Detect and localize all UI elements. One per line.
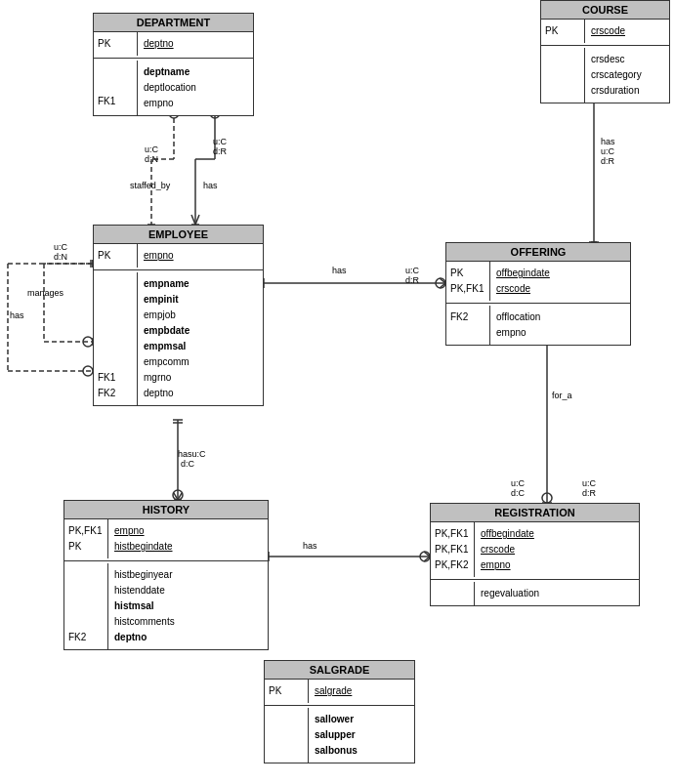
offering-offlocation: offlocation — [496, 309, 540, 325]
staffed-by-label: staffed_by — [130, 181, 170, 190]
department-title: DEPARTMENT — [94, 14, 253, 32]
svg-point-26 — [436, 278, 445, 288]
salgrade-sallower: sallower — [315, 712, 358, 727]
course-empty-keys — [541, 48, 585, 103]
history-pkfk1-key: PK,FK1 — [68, 523, 104, 539]
history-entity: HISTORY PK,FK1 PK empno histbegindate FK… — [63, 500, 269, 650]
dept-other-attrs: deptname deptlocation empno — [138, 61, 202, 115]
manages-label: manages — [27, 288, 63, 298]
reg-crscode: crscode — [481, 542, 534, 557]
offering-pk-attrs: offbegindate crscode — [490, 262, 556, 301]
hasd-label: d:C — [181, 459, 194, 469]
history-e3 — [68, 598, 104, 614]
salgrade-title: SALGRADE — [265, 661, 414, 680]
emp-empinit: empinit — [144, 292, 190, 308]
history-other-attrs: histbeginyear histenddate histmsal histc… — [108, 563, 181, 649]
has-course-label: has — [601, 137, 615, 146]
svg-point-41 — [173, 490, 183, 500]
emp-empbdate: empbdate — [144, 323, 190, 339]
svg-point-47 — [420, 552, 430, 561]
reg-pk-attrs: offbegindate crscode empno — [475, 522, 540, 577]
emp-fk-keys: FK1 FK2 — [94, 272, 138, 405]
course-keys: PK — [541, 20, 585, 43]
course-crsdesc: crsdesc — [591, 52, 642, 67]
course-entity: COURSE PK crscode crsdesc crscategory cr… — [540, 0, 670, 103]
dept-empty2 — [98, 79, 133, 94]
course-crsduration: crsduration — [591, 83, 642, 99]
offering-empno: empno — [496, 325, 540, 341]
course-crscategory: crscategory — [591, 67, 642, 83]
svg-point-17 — [83, 337, 93, 347]
emp-e3 — [98, 308, 133, 323]
emp-e2 — [98, 292, 133, 308]
department-entity: DEPARTMENT PK deptno FK1 deptname deptlo… — [93, 13, 254, 116]
reg-other-attrs: regevaluation — [475, 582, 545, 605]
offering-pkfk1-key: PK,FK1 — [450, 281, 485, 297]
offering-crscode: crscode — [496, 281, 550, 297]
dept-empty1 — [98, 64, 133, 79]
emp-e4 — [98, 323, 133, 339]
svg-point-36 — [542, 493, 552, 503]
emp-e6 — [98, 354, 133, 370]
dept-deptname: deptname — [144, 64, 196, 80]
emp-fk2-key: FK2 — [98, 386, 133, 401]
uc-left-label: u:C — [54, 242, 67, 252]
registration-entity: REGISTRATION PK,FK1 PK,FK1 PK,FK2 offbeg… — [430, 503, 640, 606]
emp-empcomm: empcomm — [144, 354, 190, 370]
dept-fk-keys: FK1 — [94, 61, 138, 115]
history-histcomments: histcomments — [114, 614, 175, 630]
offering-offbegindate: offbegindate — [496, 266, 550, 281]
svg-line-8 — [191, 215, 195, 225]
salgrade-pk-keys: PK — [265, 680, 309, 703]
offering-fk2-key: FK2 — [450, 309, 485, 325]
course-pk-key: PK — [545, 23, 580, 38]
offering-entity: OFFERING PK PK,FK1 offbegindate crscode … — [445, 242, 631, 346]
hasu-label: hasu:C — [178, 449, 206, 459]
reg-empno: empno — [481, 557, 534, 573]
dept-deptno: deptno — [144, 36, 174, 52]
salgrade-pk-attrs: salgrade — [309, 680, 358, 703]
uc-top-label: u:C — [213, 137, 227, 146]
history-histenddate: histenddate — [114, 583, 175, 598]
history-deptno: deptno — [114, 630, 175, 645]
employee-entity: EMPLOYEE PK empno FK1 FK2 empna — [93, 225, 264, 406]
uc-reg2-label: u:C — [582, 478, 596, 488]
history-title: HISTORY — [64, 501, 268, 519]
history-empno: empno — [114, 523, 173, 539]
offering-e1 — [450, 325, 485, 341]
history-pk-attrs: empno histbegindate — [108, 519, 179, 558]
history-e4 — [68, 614, 104, 630]
emp-empname: empname — [144, 276, 190, 292]
has-self-label: has — [10, 310, 24, 320]
has-dept-emp-label: has — [203, 181, 218, 190]
emp-fk1-key: FK1 — [98, 370, 133, 386]
course-crscode: crscode — [591, 23, 625, 39]
salgrade-entity: SALGRADE PK salgrade sallower salupper s… — [264, 660, 415, 763]
salgrade-salgrade: salgrade — [315, 683, 352, 699]
emp-e1 — [98, 276, 133, 292]
dept-fk1-key: FK1 — [98, 94, 133, 108]
salgrade-salupper: salupper — [315, 727, 358, 743]
for-a-label: for_a — [552, 391, 572, 400]
emp-pk-attrs: empno — [138, 244, 180, 268]
salgrade-other-attrs: sallower salupper salbonus — [309, 708, 363, 763]
registration-title: REGISTRATION — [431, 504, 639, 522]
reg-pkfk1-key2: PK,FK1 — [435, 542, 470, 557]
history-histbeginyear: histbeginyear — [114, 567, 175, 583]
erd-diagram: staffed_by has u:C d:N u:C d:R manages h… — [0, 0, 674, 784]
emp-mgrno: mgrno — [144, 370, 190, 386]
reg-pkfk2-key: PK,FK2 — [435, 557, 470, 573]
emp-empno: empno — [144, 248, 174, 264]
reg-pkfk1-key1: PK,FK1 — [435, 526, 470, 542]
uc-offering-label: u:C — [405, 266, 419, 275]
svg-point-23 — [83, 366, 93, 376]
dr-course-label: d:R — [601, 156, 614, 166]
dn-left-label: d:N — [54, 252, 67, 262]
history-pk-keys: PK,FK1 PK — [64, 519, 108, 558]
reg-offbegindate: offbegindate — [481, 526, 534, 542]
offering-pk-key: PK — [450, 266, 485, 281]
reg-regevaluation: regevaluation — [481, 586, 539, 601]
emp-other-attrs: empname empinit empjob empbdate empmsal … — [138, 272, 195, 405]
dr-top-label: d:R — [213, 146, 227, 156]
employee-title: EMPLOYEE — [94, 226, 263, 244]
